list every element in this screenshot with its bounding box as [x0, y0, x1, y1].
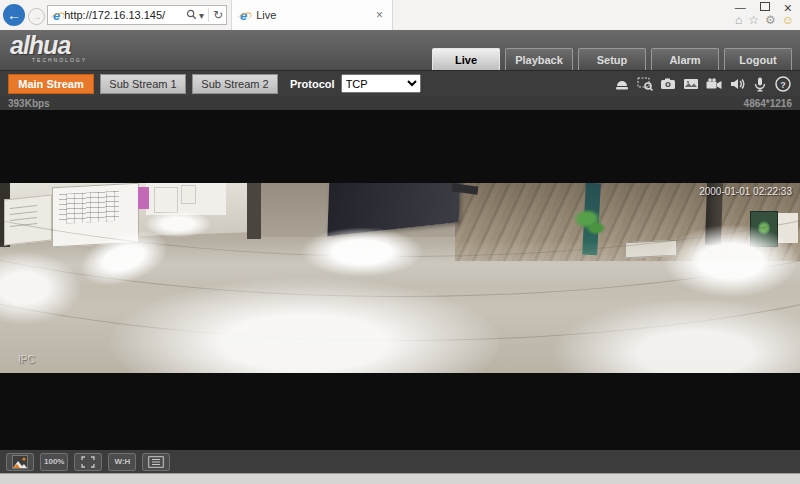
bitrate-text: 393Kbps — [8, 98, 50, 109]
video-status-bar: 393Kbps 4864*1216 — [0, 96, 800, 110]
full-screen-icon[interactable] — [74, 453, 102, 471]
tab-logout[interactable]: Logout — [724, 48, 792, 70]
svg-text:?: ? — [780, 80, 786, 90]
page-bottom-strip — [0, 473, 800, 484]
feedback-smiley-icon[interactable]: ☺ — [782, 14, 794, 26]
record-icon[interactable] — [704, 75, 723, 94]
main-stream-button[interactable]: Main Stream — [8, 74, 94, 94]
search-dropdown-icon[interactable]: ▾ — [199, 10, 204, 21]
tab-favicon-icon: e — [240, 9, 247, 22]
main-nav: Live Playback Setup Alarm Logout — [432, 48, 792, 70]
osd-timestamp: 2000-01-01 02:22:33 — [699, 186, 792, 197]
home-icon[interactable]: ⌂ — [735, 14, 742, 26]
tab-title: Live — [256, 9, 373, 21]
digital-zoom-icon[interactable] — [635, 75, 654, 94]
help-icon[interactable]: ? — [773, 75, 792, 94]
tab-live[interactable]: Live — [432, 48, 500, 70]
tab-close-icon[interactable]: × — [373, 8, 386, 22]
divider — [208, 8, 209, 22]
minimize-button[interactable]: — — [735, 2, 746, 13]
live-function-icons: ? — [612, 71, 792, 97]
live-video-area: 393Kbps 4864*1216 — [0, 96, 800, 450]
browser-chrome: ← → e http://172.16.13.145/ ▾ ↻ e Live ×… — [0, 0, 800, 31]
protocol-select[interactable]: TCP — [341, 74, 421, 93]
video-control-bar: 100% W:H — [0, 450, 800, 473]
logo-subtext: TECHNOLOGY — [32, 57, 87, 63]
ie-icon: e — [53, 9, 60, 22]
relay-out-icon[interactable] — [612, 75, 631, 94]
url-text[interactable]: http://172.16.13.145/ — [64, 9, 186, 21]
search-icon[interactable] — [186, 6, 197, 24]
resolution-text: 4864*1216 — [744, 98, 792, 109]
original-size-button[interactable]: 100% — [40, 453, 68, 471]
back-icon: ← — [7, 7, 21, 23]
address-bar[interactable]: e http://172.16.13.145/ ▾ ↻ — [47, 5, 227, 25]
refresh-icon[interactable]: ↻ — [213, 8, 223, 22]
tab-setup[interactable]: Setup — [578, 48, 646, 70]
restore-icon — [760, 2, 770, 11]
settings-gear-icon[interactable]: ⚙ — [765, 14, 776, 26]
browser-window: ← → e http://172.16.13.145/ ▾ ↻ e Live ×… — [0, 0, 800, 484]
sub-stream-1-button[interactable]: Sub Stream 1 — [100, 74, 186, 94]
aspect-ratio-button[interactable]: W:H — [108, 453, 136, 471]
favorites-icon[interactable]: ☆ — [748, 14, 759, 26]
back-button[interactable]: ← — [3, 4, 25, 26]
dahua-logo: alhua TECHNOLOGY — [10, 33, 87, 63]
tab-playback[interactable]: Playback — [505, 48, 573, 70]
forward-button[interactable]: → — [28, 8, 45, 25]
light-glare — [664, 225, 798, 297]
panorama-video-frame: 2000-01-01 02:22:33 IPC — [0, 183, 800, 373]
audio-icon[interactable] — [727, 75, 746, 94]
talk-mic-icon[interactable] — [750, 75, 769, 94]
light-glare — [146, 211, 210, 237]
fluency-icon[interactable] — [142, 453, 170, 471]
restore-button[interactable] — [760, 2, 770, 13]
logo-text: alhua — [10, 33, 87, 58]
osd-channel-label: IPC — [18, 354, 35, 365]
light-glare — [300, 227, 424, 277]
browser-tab-live[interactable]: e Live × — [231, 0, 393, 30]
snapshot-icon[interactable] — [658, 75, 677, 94]
protocol-label: Protocol — [290, 78, 335, 90]
sub-stream-2-button[interactable]: Sub Stream 2 — [192, 74, 278, 94]
app-header: alhua TECHNOLOGY Live Playback Setup Ala… — [0, 30, 800, 70]
image-adjust-icon[interactable] — [6, 453, 34, 471]
triple-snapshot-icon[interactable] — [681, 75, 700, 94]
tab-alarm[interactable]: Alarm — [651, 48, 719, 70]
stream-toolbar: Main Stream Sub Stream 1 Sub Stream 2 Pr… — [0, 70, 800, 96]
forward-icon: → — [32, 11, 42, 22]
